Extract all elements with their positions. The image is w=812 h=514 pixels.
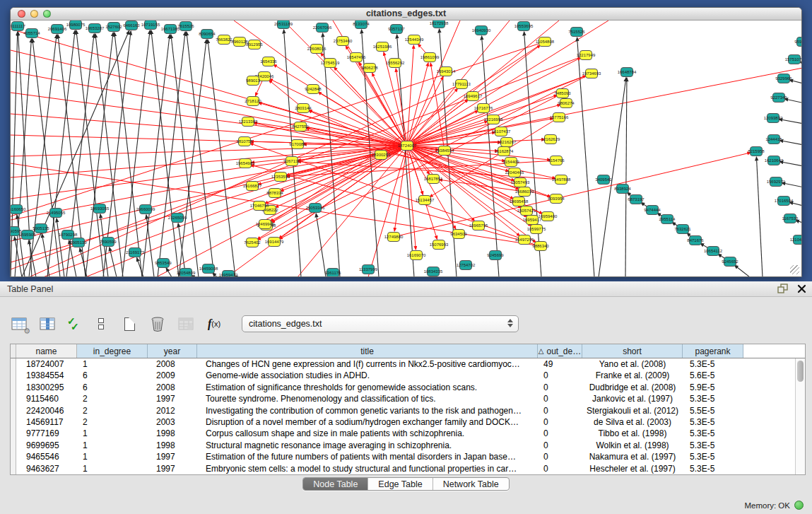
table-cell[interactable]: 2008 [148,382,197,393]
graph-edge[interactable] [11,146,407,156]
graph-node[interactable]: 9154766 [548,156,565,165]
graph-edge[interactable] [734,265,750,276]
graph-node[interactable]: 8090654 [199,30,216,39]
graph-node[interactable]: 10654112 [704,247,723,256]
table-cell[interactable]: 1997 [148,463,197,474]
graph-node[interactable]: 10965795 [469,221,488,230]
tab-network-table[interactable]: Network Table [433,478,509,490]
graph-node[interactable]: 7615526 [177,22,194,31]
graph-node[interactable]: 9357137 [388,25,405,34]
graph-node[interactable]: 9595905 [19,230,36,240]
table-cell[interactable]: 0 [538,405,582,416]
table-cell[interactable]: 5.9E-5 [683,382,743,393]
table-row[interactable]: 2242004622012Investigating the contribut… [11,405,805,416]
column-header-out-degree[interactable]: △ out_de… [538,344,582,358]
table-cell[interactable]: Estimation of the future numbers of pati… [197,451,538,462]
graph-node[interactable]: 6466163 [123,21,140,30]
graph-node[interactable]: 16943014 [437,67,456,76]
graph-edge[interactable] [779,140,801,146]
table-cell[interactable]: Embryonic stem cells: a model to study s… [197,463,538,474]
graph-edge[interactable] [284,30,301,276]
graph-node[interactable]: 12544349 [405,35,424,45]
graph-node[interactable]: 9886340 [532,242,549,251]
graph-node[interactable]: 1527602 [105,23,122,32]
table-cell[interactable]: 1 [77,358,148,370]
table-row[interactable]: 969969511998Structural magnetic resonanc… [11,440,805,451]
network-canvas[interactable]: 1872400792428482803144842755291700869267… [11,21,801,276]
graph-node[interactable]: 10980075 [66,21,86,30]
table-cell[interactable]: 14569117 [16,416,77,428]
graph-edge[interactable] [187,32,214,276]
graph-node[interactable]: 15556292 [386,59,405,68]
graph-node[interactable]: 1244415 [765,135,782,144]
graph-node[interactable]: 15692971 [767,177,786,187]
graph-node[interactable]: 15497299 [515,235,534,245]
graph-node[interactable]: 20660099 [136,205,155,214]
table-row[interactable]: 1456911722003Disruption of a novel membe… [11,416,805,428]
table-cell[interactable]: 2008 [148,358,197,370]
graph-node[interactable]: 10834335 [424,267,443,276]
graph-edge[interactable] [789,202,801,208]
table-cell[interactable]: Changes of HCN gene expression and I(f) … [197,358,538,370]
table-cell[interactable]: 5.3E-5 [683,393,743,404]
graph-node[interactable]: 8912955 [246,40,263,49]
table-cell[interactable]: Estimation of significance thresholds fo… [197,382,538,393]
graph-node[interactable]: 8938924 [614,185,631,194]
graph-node[interactable]: 9634509 [450,230,467,239]
graph-node[interactable]: 11337999 [359,265,378,274]
network-table-select[interactable]: citations_edges.txt [242,315,519,332]
graph-node[interactable]: 16648784 [618,68,637,77]
graph-node[interactable]: 12162629 [541,135,560,144]
table-cell[interactable]: Yano et al. (2008) [582,358,683,370]
table-cell[interactable]: 6 [77,370,148,381]
graph-edge[interactable] [179,40,206,276]
table-cell[interactable]: 1997 [148,393,197,404]
table-cell[interactable]: 6 [77,382,148,393]
graph-node[interactable]: 9474444 [644,206,661,215]
create-table-icon[interactable] [120,315,139,333]
table-cell[interactable]: 9465546 [16,451,77,462]
graph-node[interactable]: 12093832 [764,114,783,123]
graph-edge[interactable] [756,157,763,276]
table-cell[interactable]: 0 [538,428,582,439]
graph-node[interactable]: 16210643 [765,156,784,165]
table-cell[interactable]: Genome-wide association studies in ADHD. [197,370,538,381]
table-cell[interactable]: 2012 [148,405,197,416]
table-cell[interactable]: 5.3E-5 [683,416,743,428]
graph-edge[interactable] [234,21,407,146]
resize-grip[interactable] [790,265,799,274]
table-cell[interactable]: 1997 [148,451,197,462]
table-cell[interactable]: Stergiakouli et al. (2012) [582,405,683,416]
graph-node[interactable]: 9170086 [289,140,306,149]
table-cell[interactable]: 2009 [148,370,197,381]
table-cell[interactable]: 1 [77,428,148,439]
graph-node[interactable]: 21169173 [126,248,145,257]
column-header-in-degree[interactable]: in_degree [77,344,148,358]
graph-node[interactable]: 23753460 [334,37,353,46]
graph-node[interactable]: 2803144 [295,104,312,113]
graph-node[interactable]: 20053346 [306,204,325,213]
graph-node[interactable]: 6873197 [628,195,645,204]
graph-node[interactable]: 12749880 [384,233,404,242]
graph-node[interactable]: 8471676 [687,236,704,245]
graph-node[interactable]: 8093954 [548,194,565,204]
table-row[interactable]: 1938455462009Genome-wide association stu… [11,370,805,381]
table-cell[interactable]: 0 [538,451,582,462]
graph-edge[interactable] [80,248,87,276]
row-height-icon[interactable] [92,315,110,333]
graph-node[interactable]: 1810755 [236,137,253,146]
graph-node[interactable]: 12213383 [239,117,258,127]
graph-edge[interactable] [146,215,154,276]
table-row[interactable]: 977716911998Corpus callosum shape and si… [11,428,805,439]
graph-node[interactable]: 16817851 [424,175,443,184]
graph-node[interactable]: 15057493 [511,178,530,187]
tab-node-table[interactable]: Node Table [303,478,368,490]
window-titlebar[interactable]: citations_edges.txt [11,8,801,21]
graph-edge[interactable] [11,71,407,146]
table-cell[interactable]: 0 [538,370,582,381]
table-row[interactable]: 1872400712008Changes of HCN gene express… [11,358,805,370]
table-cell[interactable]: 0 [538,382,582,393]
graph-node[interactable]: 7590599 [100,238,117,247]
graph-node[interactable]: 9242848 [305,85,322,94]
show-columns-icon[interactable] [38,315,57,333]
